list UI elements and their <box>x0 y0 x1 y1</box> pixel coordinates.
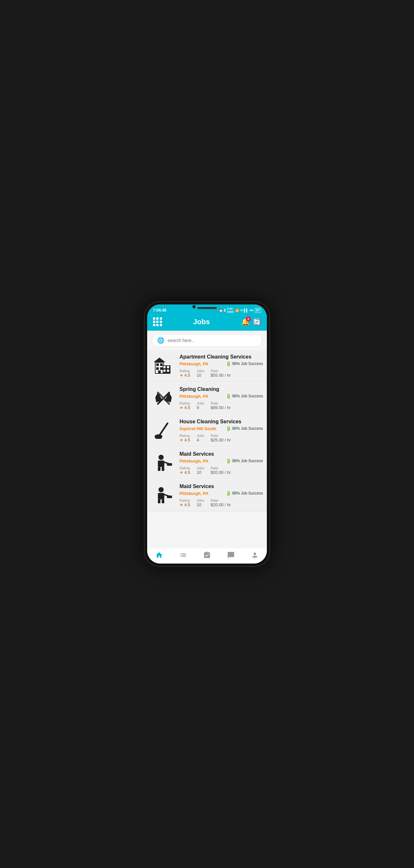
stat-jobs: Jobs 10 <box>197 498 204 507</box>
job-meta-row: Squirrel Hill South 🔋 98% Job Success <box>179 426 263 431</box>
stat-value-rating: ★4.5 <box>179 470 190 475</box>
job-title: Apartment Cleaning Services <box>179 354 263 360</box>
badge-icon: 🔋 <box>226 394 231 399</box>
stat-value-rating: ★4.5 <box>179 502 190 507</box>
job-icon-wrap <box>147 451 179 475</box>
job-location: Squirrel Hill South <box>179 426 216 431</box>
job-location: Pittsburgh, PA <box>179 491 208 496</box>
stat-rate: Rate $55.00 / hr <box>211 369 231 378</box>
stat-rating: Rating ★4.5 <box>179 369 190 378</box>
nav-home[interactable] <box>155 551 163 559</box>
svg-rect-6 <box>158 371 161 373</box>
job-stats: Rating ★4.5 Jobs 10 Rate $20.00 / hr <box>179 466 263 475</box>
svg-rect-24 <box>167 463 172 466</box>
stat-value-rating: ★4.5 <box>179 438 190 442</box>
nav-tasks[interactable] <box>203 551 211 559</box>
nav-messages[interactable] <box>227 551 235 559</box>
svg-rect-31 <box>158 499 161 503</box>
stat-value-rating: ★4.5 <box>179 373 190 378</box>
job-success: 🔋 98% Job Success <box>226 426 263 431</box>
success-text: 98% Job Success <box>232 394 263 398</box>
refresh-icon[interactable]: 🔄 <box>253 318 261 326</box>
search-input-wrap[interactable]: 🌐 <box>152 334 262 347</box>
svg-rect-12 <box>167 370 169 372</box>
job-list: Apartment Cleaning Services Pittsburgh, … <box>147 350 267 548</box>
job-meta-row: Pittsburgh, PA 🔋 98% Job Success <box>179 394 263 399</box>
job-card[interactable]: Spring Cleaning Pittsburgh, PA 🔋 98% Job… <box>147 382 267 414</box>
app-header: Jobs 🔔 0 🔄 <box>147 315 267 331</box>
stat-label-rating: Rating <box>179 401 190 405</box>
nav-profile[interactable] <box>251 551 259 559</box>
job-success: 🔋 98% Job Success <box>226 361 263 366</box>
job-location: Pittsburgh, PA <box>179 459 208 463</box>
status-time: 7:04:46 <box>153 308 166 313</box>
stat-rating: Rating ★4.5 <box>179 466 190 475</box>
status-bar: 7:04:46 ⏰ ₿ 0.44KB/S 📶 H ▌▌ 4G 87 <box>147 305 267 315</box>
job-card[interactable]: House Cleaning Services Squirrel Hill So… <box>147 415 267 446</box>
stat-label-rate: Rate <box>211 466 231 470</box>
stat-label-rate: Rate <box>211 401 231 405</box>
stat-label-jobs: Jobs <box>197 498 204 502</box>
svg-rect-25 <box>158 467 161 471</box>
stat-value-rate: $25.00 / hr <box>211 438 231 442</box>
stat-label-rating: Rating <box>179 434 190 438</box>
search-input[interactable] <box>168 338 257 343</box>
success-text: 98% Job Success <box>232 426 263 431</box>
svg-rect-9 <box>163 366 166 368</box>
page-title: Jobs <box>193 318 210 326</box>
svg-rect-3 <box>160 363 163 366</box>
stat-label-rate: Rate <box>211 369 231 373</box>
job-info: Apartment Cleaning Services Pittsburgh, … <box>179 354 263 378</box>
status-icons: ⏰ ₿ 0.44KB/S 📶 H ▌▌ 4G 87 <box>219 307 261 313</box>
notification-button[interactable]: 🔔 0 <box>241 318 250 326</box>
stat-rating: Rating ★4.5 <box>179 498 190 507</box>
success-text: 98% Job Success <box>232 491 263 496</box>
job-title: Spring Cleaning <box>179 386 263 392</box>
stat-label-jobs: Jobs <box>197 466 204 470</box>
stat-label-jobs: Jobs <box>197 434 204 438</box>
stat-value-rate: $89.00 / hr <box>211 405 231 410</box>
stat-jobs: Jobs 9 <box>197 401 204 410</box>
job-location: Pittsburgh, PA <box>179 394 208 399</box>
job-card[interactable]: Apartment Cleaning Services Pittsburgh, … <box>147 350 267 382</box>
job-icon-wrap <box>147 386 179 410</box>
job-meta-row: Pittsburgh, PA 🔋 98% Job Success <box>179 458 263 463</box>
svg-rect-4 <box>156 367 159 370</box>
stat-jobs: Jobs 10 <box>197 369 204 378</box>
job-icon-wrap <box>147 419 179 442</box>
stat-rating: Rating ★4.5 <box>179 434 190 442</box>
badge-icon: 🔋 <box>226 491 231 496</box>
stat-label-rate: Rate <box>211 498 231 502</box>
job-success: 🔋 98% Job Success <box>226 491 263 496</box>
job-card[interactable]: Maid Services Pittsburgh, PA 🔋 98% Job S… <box>147 447 267 479</box>
svg-rect-30 <box>167 496 172 498</box>
job-success: 🔋 98% Job Success <box>226 394 263 399</box>
stat-rate: Rate $20.00 / hr <box>211 466 231 475</box>
stat-value-rate: $55.00 / hr <box>211 373 231 378</box>
svg-rect-28 <box>158 493 164 499</box>
job-title: Maid Services <box>179 484 263 489</box>
job-info: Maid Services Pittsburgh, PA 🔋 98% Job S… <box>179 451 263 475</box>
svg-rect-5 <box>160 367 163 370</box>
stat-label-rating: Rating <box>179 498 190 502</box>
stat-value-jobs: 4 <box>197 438 204 442</box>
svg-rect-2 <box>156 363 159 366</box>
svg-point-21 <box>159 455 164 460</box>
job-icon-wrap <box>147 354 179 378</box>
job-meta-row: Pittsburgh, PA 🔋 98% Job Success <box>179 491 263 496</box>
svg-line-18 <box>160 423 168 435</box>
success-text: 98% Job Success <box>232 362 263 366</box>
stat-value-jobs: 10 <box>197 373 204 378</box>
job-stats: Rating ★4.5 Jobs 10 Rate $55.00 / hr <box>179 369 263 378</box>
job-card[interactable]: Maid Services Pittsburgh, PA 🔋 98% Job S… <box>147 480 267 512</box>
job-title: Maid Services <box>179 451 263 457</box>
stat-label-jobs: Jobs <box>197 401 204 405</box>
search-bar: 🌐 <box>147 331 267 350</box>
bottom-nav <box>147 548 267 563</box>
menu-icon[interactable] <box>153 317 162 326</box>
job-meta-row: Pittsburgh, PA 🔋 98% Job Success <box>179 361 263 366</box>
svg-rect-26 <box>162 467 164 471</box>
stat-value-rate: $20.00 / hr <box>211 502 231 507</box>
nav-list[interactable] <box>179 551 187 559</box>
job-info: Maid Services Pittsburgh, PA 🔋 98% Job S… <box>179 484 263 507</box>
